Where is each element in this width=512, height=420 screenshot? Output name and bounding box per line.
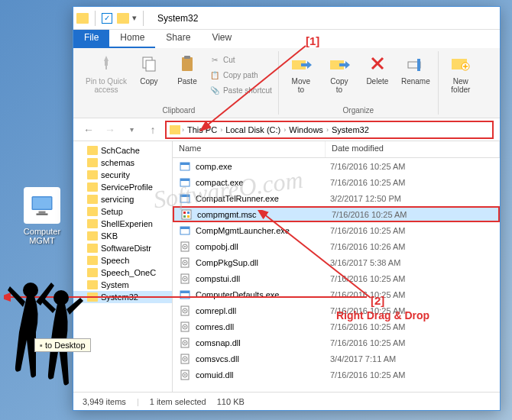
window-title: System32 <box>157 13 198 24</box>
monitor-icon <box>24 187 60 224</box>
file-row[interactable]: compobj.dll7/16/2016 10:26 AM <box>173 238 500 254</box>
svg-point-52 <box>184 374 186 376</box>
tree-item[interactable]: ServiceProfile <box>73 181 172 193</box>
file-row[interactable]: CompMgmtLauncher.exe7/16/2016 10:25 AM <box>173 222 500 238</box>
tab-share[interactable]: Share <box>155 30 201 48</box>
svg-point-43 <box>184 326 186 328</box>
file-row[interactable]: comsvcs.dll3/4/2017 7:11 AM <box>173 351 500 367</box>
file-icon <box>179 257 191 269</box>
delete-button[interactable]: Delete <box>361 51 394 86</box>
folder-icon <box>87 244 98 253</box>
pin-button[interactable]: Pin to Quick access <box>86 51 127 94</box>
tree-item[interactable]: security <box>73 169 172 181</box>
tree-item-label: System32 <box>101 292 138 302</box>
tree-item[interactable]: System <box>73 279 172 291</box>
svg-rect-7 <box>184 56 190 59</box>
copy-button[interactable]: Copy <box>133 51 165 86</box>
column-name[interactable]: Name <box>173 141 326 157</box>
tree-item[interactable]: System32 <box>73 291 172 303</box>
file-row[interactable]: comsnap.dll7/16/2016 10:25 AM <box>173 334 500 351</box>
titlebar[interactable]: ✓ ▾ System32 <box>73 7 500 30</box>
file-icon <box>179 321 191 333</box>
tree-item[interactable]: SKB <box>73 230 172 242</box>
file-row[interactable]: comp.exe7/16/2016 10:25 AM <box>173 158 500 174</box>
folder-tree[interactable]: SchCacheschemassecurityServiceProfileser… <box>73 141 173 392</box>
folder-icon <box>87 219 98 228</box>
shortcut-icon: 📎 <box>209 85 220 95</box>
tree-item[interactable]: Speech_OneC <box>73 267 172 279</box>
file-date: 3/2/2017 12:50 PM <box>330 194 401 203</box>
forward-button[interactable]: → <box>101 121 119 139</box>
chevron-icon: › <box>220 126 222 134</box>
file-row[interactable]: CompatTelRunner.exe3/2/2017 12:50 PM <box>173 190 500 206</box>
file-icon <box>179 160 191 173</box>
delete-icon <box>365 51 390 76</box>
paste-shortcut-button[interactable]: 📎Paste shortcut <box>209 83 272 97</box>
file-icon <box>179 273 191 285</box>
file-row[interactable]: comrepl.dll7/16/2016 10:25 AM <box>173 302 500 318</box>
paste-button[interactable]: Paste <box>171 51 203 86</box>
cut-button[interactable]: ✂Cut <box>209 53 272 66</box>
history-button[interactable]: ▾ <box>122 121 141 139</box>
folder-icon <box>87 195 98 204</box>
tree-item[interactable]: ShellExperien <box>73 218 172 230</box>
file-row[interactable]: ComputerDefaults.exe7/16/2016 10:25 AM <box>173 286 500 302</box>
tree-item-label: Setup <box>101 207 123 216</box>
back-button[interactable]: ← <box>79 121 98 139</box>
statusbar: 3,949 items | 1 item selected 110 KB <box>73 392 500 410</box>
tab-home[interactable]: Home <box>109 30 155 48</box>
breadcrumb-item[interactable]: Windows <box>287 125 325 134</box>
new-folder-button[interactable]: New folder <box>445 51 477 94</box>
file-row[interactable]: compstui.dll7/16/2016 10:25 AM <box>173 270 500 286</box>
folder-icon <box>87 231 98 241</box>
tree-item-label: Speech <box>101 256 129 265</box>
desktop-shortcut[interactable]: Computer MGMT <box>15 187 69 245</box>
file-name: CompMgmtLauncher.exe <box>196 226 330 235</box>
breadcrumb-item[interactable]: This PC <box>186 125 219 134</box>
address-bar[interactable]: › This PC › Local Disk (C:) › Windows › … <box>165 121 494 139</box>
file-icon <box>179 176 191 189</box>
tab-view[interactable]: View <box>201 30 242 48</box>
tree-item[interactable]: servicing <box>73 193 172 205</box>
file-name: comp.exe <box>196 162 330 171</box>
tab-file[interactable]: File <box>73 30 109 48</box>
dropdown-icon[interactable]: ▾ <box>132 13 137 23</box>
rename-button[interactable]: Rename <box>400 51 432 86</box>
tree-item[interactable]: SchCache <box>73 144 172 157</box>
column-date[interactable]: Date modified <box>326 141 500 157</box>
breadcrumb-item[interactable]: Local Disk (C:) <box>224 125 282 134</box>
file-icon <box>179 369 191 381</box>
svg-rect-6 <box>182 57 193 71</box>
new-folder-icon <box>449 51 473 76</box>
svg-rect-23 <box>183 215 186 218</box>
svg-rect-1 <box>33 198 51 209</box>
content-area: SchCacheschemassecurityServiceProfileser… <box>73 141 500 392</box>
drop-tooltip: ▪ to Desktop <box>34 338 91 352</box>
svg-point-40 <box>184 310 186 312</box>
svg-rect-26 <box>180 227 190 229</box>
divider <box>143 11 144 26</box>
file-row[interactable]: compact.exe7/16/2016 10:25 AM <box>173 174 500 190</box>
chevron-icon: › <box>284 126 286 134</box>
file-row[interactable]: CompPkgSup.dll3/16/2017 5:38 AM <box>173 254 500 270</box>
folder-icon <box>87 256 98 265</box>
breadcrumb-item[interactable]: System32 <box>330 125 371 134</box>
copy-to-button[interactable]: Copy to <box>323 51 355 94</box>
folder-icon <box>87 170 98 179</box>
up-button[interactable]: ↑ <box>144 121 162 139</box>
file-row[interactable]: compmgmt.msc7/16/2016 10:25 AM <box>173 206 500 222</box>
tree-item[interactable]: schemas <box>73 157 172 169</box>
tree-item[interactable]: Setup <box>73 205 172 218</box>
tree-item[interactable]: SoftwareDistr <box>73 242 172 254</box>
file-icon <box>179 241 191 253</box>
file-row[interactable]: comres.dll7/16/2016 10:25 AM <box>173 318 500 334</box>
move-to-button[interactable]: Move to <box>285 51 317 94</box>
file-list-body[interactable]: comp.exe7/16/2016 10:25 AMcompact.exe7/1… <box>173 158 500 392</box>
file-date: 3/4/2017 7:11 AM <box>330 354 396 363</box>
status-selected: 1 item selected <box>150 397 206 406</box>
file-row[interactable]: comuid.dll7/16/2016 10:25 AM <box>173 367 500 383</box>
svg-point-46 <box>184 342 186 344</box>
tree-item[interactable]: Speech <box>73 254 172 267</box>
checkbox-icon[interactable]: ✓ <box>102 13 112 24</box>
copy-path-button[interactable]: 📋Copy path <box>209 68 272 82</box>
